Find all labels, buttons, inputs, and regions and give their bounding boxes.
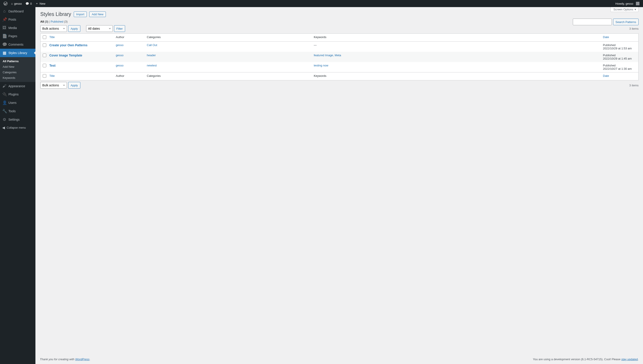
row-category-link[interactable]: Call Out <box>147 44 157 47</box>
row-category-link[interactable]: header <box>147 54 156 57</box>
menu-label: Dashboard <box>8 10 24 13</box>
row-keywords-link[interactable]: testing now <box>314 64 322 67</box>
row-checkbox[interactable] <box>43 44 46 47</box>
comments-count: 0 <box>30 2 32 5</box>
submenu-item-all-patterns[interactable]: All Patterns <box>0 58 36 64</box>
menu-icon: ▦ <box>2 50 7 55</box>
admin-menu: ⌂ Dashboard📌 Posts🖼 Media📄 Pages💬 Commen… <box>0 7 36 182</box>
select-all-top[interactable] <box>43 36 46 39</box>
view-filters: All (3) | Published (3) <box>40 20 322 23</box>
menu-item-tools[interactable]: 🔧 Tools <box>0 107 36 115</box>
menu-label: Pages <box>8 34 17 38</box>
menu-item-dashboard[interactable]: ⌂ Dashboard <box>0 7 36 15</box>
menu-label: Users <box>8 101 16 104</box>
row-title-link[interactable]: Create your Own Patterns <box>50 44 88 47</box>
row-author-link[interactable]: gesso <box>116 44 124 47</box>
col-title[interactable]: Title <box>50 36 55 39</box>
tablenav-bottom: Bulk actions Apply 3 items <box>40 82 322 89</box>
row-category-link[interactable]: newtest <box>147 64 157 67</box>
page-title: Styles Library <box>40 9 71 18</box>
submenu-item-keywords[interactable]: Keywords <box>0 75 36 80</box>
admin-bar: ⌂ gesso 💬 0 ＋ New Howdy, gesso <box>0 0 322 7</box>
menu-label: Settings <box>8 118 20 121</box>
menu-icon: ⚙ <box>2 117 7 122</box>
row-title-link[interactable]: Cover Image Template <box>50 54 82 57</box>
menu-label: Styles Library <box>8 51 27 55</box>
select-all-bottom[interactable] <box>43 74 46 78</box>
comments-bubble[interactable]: 💬 0 <box>24 0 34 7</box>
comment-icon: 💬 <box>26 2 29 5</box>
menu-item-appearance[interactable]: 🖌 Appearance <box>0 82 36 90</box>
row-keywords-none: — <box>314 44 317 47</box>
import-button[interactable]: Import <box>74 12 87 17</box>
menu-item-plugins[interactable]: 🔌 Plugins <box>0 90 36 98</box>
col-author-foot: Author <box>114 72 144 80</box>
menu-icon: 🖌 <box>2 84 7 88</box>
new-content[interactable]: ＋ New <box>34 0 47 7</box>
menu-label: Posts <box>8 18 16 21</box>
menu-item-posts[interactable]: 📌 Posts <box>0 15 36 24</box>
bulk-actions-select-top[interactable]: Bulk actions <box>40 25 67 32</box>
menu-item-comments[interactable]: 💬 Comments <box>0 40 36 49</box>
dates-select[interactable]: All dates <box>86 25 113 32</box>
row-checkbox[interactable] <box>43 54 46 57</box>
col-author: Author <box>114 34 144 42</box>
menu-icon: ⌂ <box>2 9 7 14</box>
table-row: Test gesso newtest testing now Published… <box>40 62 322 72</box>
row-title-link[interactable]: Test <box>50 64 56 67</box>
new-label: New <box>40 2 46 5</box>
collapse-menu[interactable]: ◀ Collapse menu <box>0 124 36 132</box>
col-title-foot[interactable]: Title <box>50 74 55 78</box>
site-name[interactable]: ⌂ gesso <box>9 0 24 7</box>
main-content: Screen Options ▾ Styles Library Import A… <box>36 7 322 182</box>
wordpress-icon <box>4 2 8 6</box>
view-all[interactable]: All (3) <box>40 20 48 23</box>
col-categories: Categories <box>144 34 312 42</box>
home-icon: ⌂ <box>11 2 13 5</box>
menu-icon: 📄 <box>2 34 7 38</box>
wp-logo[interactable] <box>2 0 9 7</box>
table-row: Cover Image Template gesso header featur… <box>40 52 322 62</box>
submenu-item-categories[interactable]: Categories <box>0 70 36 75</box>
row-author-link[interactable]: gesso <box>116 64 124 67</box>
col-categories-foot: Categories <box>144 72 312 80</box>
menu-label: Appearance <box>8 84 25 88</box>
menu-icon: 💬 <box>2 42 7 47</box>
row-author-link[interactable]: gesso <box>116 54 124 57</box>
submenu: All PatternsAdd NewCategoriesKeywords <box>0 57 36 82</box>
menu-label: Plugins <box>8 92 18 96</box>
apply-button-top[interactable]: Apply <box>68 25 80 32</box>
collapse-label: Collapse menu <box>7 126 26 129</box>
menu-item-media[interactable]: 🖼 Media <box>0 24 36 32</box>
menu-item-styles-library[interactable]: ▦ Styles Library <box>0 49 36 57</box>
add-new-button[interactable]: Add New <box>89 12 106 17</box>
menu-label: Media <box>8 26 17 30</box>
menu-item-settings[interactable]: ⚙ Settings <box>0 115 36 124</box>
filter-button[interactable]: Filter <box>114 25 125 32</box>
tablenav-top: Bulk actions Apply All dates Filter 3 it… <box>40 25 322 32</box>
apply-button-bottom[interactable]: Apply <box>68 82 80 88</box>
menu-label: Comments <box>8 43 24 46</box>
patterns-table: Title Author Categories Keywords Date Cr… <box>40 34 322 80</box>
menu-icon: 📌 <box>2 17 7 22</box>
col-keywords-foot: Keywords <box>312 72 322 80</box>
row-checkbox[interactable] <box>43 64 46 67</box>
menu-icon: 👤 <box>2 100 7 105</box>
menu-icon: 🔧 <box>2 109 7 114</box>
menu-item-users[interactable]: 👤 Users <box>0 98 36 107</box>
bulk-actions-select-bottom[interactable]: Bulk actions <box>40 82 67 88</box>
collapse-icon: ◀ <box>2 126 5 130</box>
row-keywords-link[interactable]: featured Image, Meta <box>314 54 322 57</box>
table-row: Create your Own Patterns gesso Call Out … <box>40 42 322 52</box>
menu-label: Tools <box>8 110 16 113</box>
plus-icon: ＋ <box>36 2 38 6</box>
col-keywords: Keywords <box>312 34 322 42</box>
submenu-item-add-new[interactable]: Add New <box>0 64 36 70</box>
menu-item-pages[interactable]: 📄 Pages <box>0 32 36 40</box>
view-published[interactable]: Published (3) <box>51 20 68 23</box>
site-name-label: gesso <box>14 2 22 5</box>
menu-icon: 🖼 <box>2 26 7 30</box>
menu-icon: 🔌 <box>2 92 7 97</box>
